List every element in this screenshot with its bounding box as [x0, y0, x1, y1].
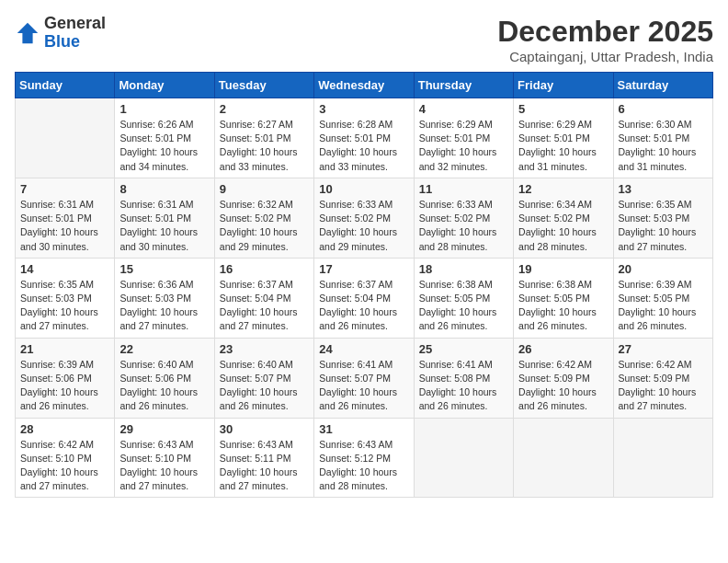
- day-info: Sunrise: 6:31 AM Sunset: 5:01 PM Dayligh…: [119, 198, 209, 254]
- logo-general-text: General: [44, 14, 106, 32]
- day-number: 31: [319, 422, 408, 436]
- calendar-cell: 9Sunrise: 6:32 AM Sunset: 5:02 PM Daylig…: [214, 178, 313, 258]
- day-number: 5: [518, 102, 608, 116]
- day-number: 14: [20, 262, 109, 276]
- day-number: 22: [119, 342, 209, 356]
- calendar-cell: 2Sunrise: 6:27 AM Sunset: 5:01 PM Daylig…: [214, 98, 313, 178]
- month-title: December 2025: [497, 15, 713, 49]
- calendar-cell: 7Sunrise: 6:31 AM Sunset: 5:01 PM Daylig…: [16, 178, 115, 258]
- calendar-cell: 27Sunrise: 6:42 AM Sunset: 5:09 PM Dayli…: [613, 338, 712, 418]
- calendar-cell: 21Sunrise: 6:39 AM Sunset: 5:06 PM Dayli…: [16, 338, 115, 418]
- page-header: General Blue December 2025 Captainganj, …: [15, 15, 713, 64]
- title-area: December 2025 Captainganj, Uttar Pradesh…: [497, 15, 713, 64]
- calendar-cell: 24Sunrise: 6:41 AM Sunset: 5:07 PM Dayli…: [314, 338, 414, 418]
- weekday-header-friday: Friday: [514, 73, 613, 98]
- calendar-cell: [514, 418, 613, 498]
- day-info: Sunrise: 6:42 AM Sunset: 5:10 PM Dayligh…: [20, 438, 109, 494]
- calendar-cell: 29Sunrise: 6:43 AM Sunset: 5:10 PM Dayli…: [115, 418, 214, 498]
- day-info: Sunrise: 6:40 AM Sunset: 5:06 PM Dayligh…: [119, 358, 209, 414]
- day-info: Sunrise: 6:40 AM Sunset: 5:07 PM Dayligh…: [220, 358, 309, 414]
- day-number: 2: [220, 102, 309, 116]
- calendar-week-row: 21Sunrise: 6:39 AM Sunset: 5:06 PM Dayli…: [16, 338, 713, 418]
- calendar-cell: 13Sunrise: 6:35 AM Sunset: 5:03 PM Dayli…: [613, 178, 712, 258]
- logo: General Blue: [15, 15, 106, 52]
- day-number: 7: [20, 182, 109, 196]
- day-info: Sunrise: 6:35 AM Sunset: 5:03 PM Dayligh…: [619, 198, 708, 254]
- day-number: 8: [119, 182, 209, 196]
- calendar-cell: 17Sunrise: 6:37 AM Sunset: 5:04 PM Dayli…: [314, 258, 414, 338]
- day-number: 30: [220, 422, 309, 436]
- day-info: Sunrise: 6:29 AM Sunset: 5:01 PM Dayligh…: [419, 118, 508, 174]
- day-info: Sunrise: 6:31 AM Sunset: 5:01 PM Dayligh…: [20, 198, 109, 254]
- calendar-cell: 22Sunrise: 6:40 AM Sunset: 5:06 PM Dayli…: [115, 338, 214, 418]
- day-info: Sunrise: 6:38 AM Sunset: 5:05 PM Dayligh…: [419, 278, 508, 334]
- calendar-cell: 15Sunrise: 6:36 AM Sunset: 5:03 PM Dayli…: [115, 258, 214, 338]
- day-number: 28: [20, 422, 109, 436]
- calendar-week-row: 14Sunrise: 6:35 AM Sunset: 5:03 PM Dayli…: [16, 258, 713, 338]
- calendar-cell: 1Sunrise: 6:26 AM Sunset: 5:01 PM Daylig…: [115, 98, 214, 178]
- calendar-cell: 11Sunrise: 6:33 AM Sunset: 5:02 PM Dayli…: [414, 178, 513, 258]
- calendar-cell: 12Sunrise: 6:34 AM Sunset: 5:02 PM Dayli…: [514, 178, 613, 258]
- calendar-cell: 6Sunrise: 6:30 AM Sunset: 5:01 PM Daylig…: [613, 98, 712, 178]
- calendar-cell: 23Sunrise: 6:40 AM Sunset: 5:07 PM Dayli…: [214, 338, 313, 418]
- logo-text: General Blue: [44, 15, 106, 52]
- calendar-cell: [16, 98, 115, 178]
- calendar-week-row: 7Sunrise: 6:31 AM Sunset: 5:01 PM Daylig…: [16, 178, 713, 258]
- calendar-cell: 16Sunrise: 6:37 AM Sunset: 5:04 PM Dayli…: [214, 258, 313, 338]
- day-info: Sunrise: 6:42 AM Sunset: 5:09 PM Dayligh…: [518, 358, 608, 414]
- weekday-header-sunday: Sunday: [16, 73, 115, 98]
- day-info: Sunrise: 6:37 AM Sunset: 5:04 PM Dayligh…: [319, 278, 408, 334]
- day-number: 24: [319, 342, 408, 356]
- calendar-table: SundayMondayTuesdayWednesdayThursdayFrid…: [15, 72, 713, 498]
- day-number: 9: [220, 182, 309, 196]
- day-number: 19: [518, 262, 608, 276]
- day-number: 12: [518, 182, 608, 196]
- day-info: Sunrise: 6:34 AM Sunset: 5:02 PM Dayligh…: [518, 198, 608, 254]
- day-number: 1: [119, 102, 209, 116]
- day-number: 25: [419, 342, 508, 356]
- day-number: 29: [119, 422, 209, 436]
- calendar-body: 1Sunrise: 6:26 AM Sunset: 5:01 PM Daylig…: [16, 98, 713, 498]
- day-number: 15: [119, 262, 209, 276]
- day-info: Sunrise: 6:39 AM Sunset: 5:06 PM Dayligh…: [20, 358, 109, 414]
- day-number: 10: [319, 182, 408, 196]
- day-info: Sunrise: 6:43 AM Sunset: 5:10 PM Dayligh…: [119, 438, 209, 494]
- svg-marker-0: [17, 23, 38, 43]
- weekday-header-wednesday: Wednesday: [314, 73, 414, 98]
- day-number: 4: [419, 102, 508, 116]
- day-number: 18: [419, 262, 508, 276]
- day-number: 6: [619, 102, 708, 116]
- calendar-cell: [613, 418, 712, 498]
- day-info: Sunrise: 6:28 AM Sunset: 5:01 PM Dayligh…: [319, 118, 408, 174]
- logo-icon: [15, 20, 40, 46]
- day-number: 13: [619, 182, 708, 196]
- day-info: Sunrise: 6:33 AM Sunset: 5:02 PM Dayligh…: [419, 198, 508, 254]
- day-number: 27: [619, 342, 708, 356]
- day-info: Sunrise: 6:26 AM Sunset: 5:01 PM Dayligh…: [119, 118, 209, 174]
- calendar-cell: 8Sunrise: 6:31 AM Sunset: 5:01 PM Daylig…: [115, 178, 214, 258]
- weekday-header-saturday: Saturday: [613, 73, 712, 98]
- calendar-cell: 18Sunrise: 6:38 AM Sunset: 5:05 PM Dayli…: [414, 258, 513, 338]
- day-number: 3: [319, 102, 408, 116]
- day-info: Sunrise: 6:30 AM Sunset: 5:01 PM Dayligh…: [619, 118, 708, 174]
- calendar-cell: 31Sunrise: 6:43 AM Sunset: 5:12 PM Dayli…: [314, 418, 414, 498]
- day-number: 21: [20, 342, 109, 356]
- logo-blue-text: Blue: [44, 32, 80, 51]
- calendar-cell: 4Sunrise: 6:29 AM Sunset: 5:01 PM Daylig…: [414, 98, 513, 178]
- weekday-header-thursday: Thursday: [414, 73, 513, 98]
- day-info: Sunrise: 6:32 AM Sunset: 5:02 PM Dayligh…: [220, 198, 309, 254]
- day-info: Sunrise: 6:39 AM Sunset: 5:05 PM Dayligh…: [619, 278, 708, 334]
- calendar-cell: 14Sunrise: 6:35 AM Sunset: 5:03 PM Dayli…: [16, 258, 115, 338]
- day-number: 26: [518, 342, 608, 356]
- day-number: 20: [619, 262, 708, 276]
- day-number: 17: [319, 262, 408, 276]
- calendar-cell: 5Sunrise: 6:29 AM Sunset: 5:01 PM Daylig…: [514, 98, 613, 178]
- day-info: Sunrise: 6:36 AM Sunset: 5:03 PM Dayligh…: [119, 278, 209, 334]
- calendar-cell: 25Sunrise: 6:41 AM Sunset: 5:08 PM Dayli…: [414, 338, 513, 418]
- day-info: Sunrise: 6:29 AM Sunset: 5:01 PM Dayligh…: [518, 118, 608, 174]
- day-info: Sunrise: 6:41 AM Sunset: 5:08 PM Dayligh…: [419, 358, 508, 414]
- day-number: 16: [220, 262, 309, 276]
- calendar-cell: 30Sunrise: 6:43 AM Sunset: 5:11 PM Dayli…: [214, 418, 313, 498]
- day-info: Sunrise: 6:43 AM Sunset: 5:11 PM Dayligh…: [220, 438, 309, 494]
- calendar-cell: 19Sunrise: 6:38 AM Sunset: 5:05 PM Dayli…: [514, 258, 613, 338]
